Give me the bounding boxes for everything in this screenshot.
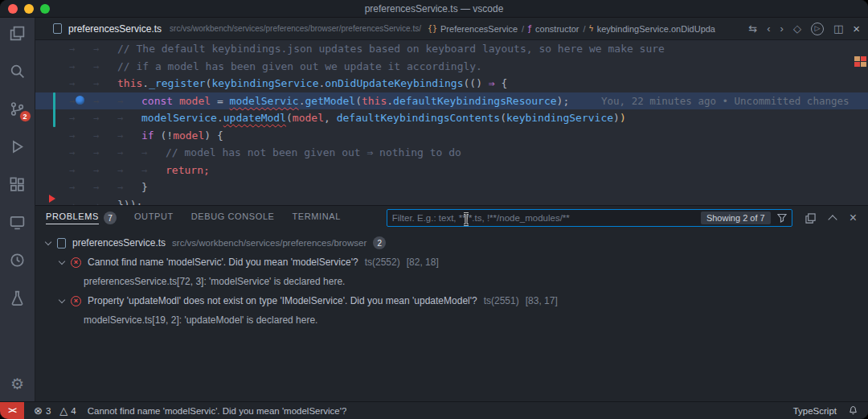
explorer-icon[interactable]: [9, 24, 27, 42]
timeline-clock-icon[interactable]: [9, 251, 27, 269]
code-line[interactable]: →→→→return;: [35, 162, 868, 179]
close-editor-icon[interactable]: ×: [853, 23, 860, 35]
code-line[interactable]: →→// The default keybindings.json update…: [35, 40, 868, 58]
whitespace-tab-icon: →: [93, 93, 117, 111]
status-bar-right: TypeScript: [793, 405, 868, 416]
remote-explorer-icon[interactable]: [9, 213, 27, 231]
code-line[interactable]: →→// if a model has been given out we up…: [35, 58, 868, 76]
problem-error-row[interactable]: ×Property 'updateModl' does not exist on…: [35, 291, 868, 310]
code-editor[interactable]: →→// The default keybindings.json update…: [35, 40, 868, 205]
whitespace-tab-icon: →: [93, 41, 117, 59]
code-line[interactable]: →→→→// model has not been given out ⇒ no…: [35, 144, 868, 162]
code-line[interactable]: →→this._register(keybindingService.onDid…: [35, 75, 868, 92]
maximize-panel-icon[interactable]: [829, 214, 836, 223]
code-token: (!: [154, 129, 173, 142]
problems-filter[interactable]: Showing 2 of 7: [387, 209, 792, 227]
code-token: modelServic: [230, 95, 299, 107]
problem-source: ts(2551): [484, 295, 519, 306]
breadcrumb-item-constructor[interactable]: ƒ constructor /: [527, 24, 589, 34]
whitespace-tab-icon: →: [69, 76, 93, 93]
panel-tab-debug-console[interactable]: DEBUG CONSOLE: [191, 206, 275, 230]
event-symbol-icon: ϟ: [589, 24, 594, 33]
file-problems-count-badge: 2: [373, 236, 386, 249]
open-changes-icon[interactable]: ⇆: [748, 23, 757, 34]
gutter-breakpoint-icon[interactable]: [76, 96, 84, 105]
search-icon[interactable]: [9, 62, 27, 80]
close-window-button[interactable]: [8, 4, 18, 14]
code-token: (: [500, 112, 506, 124]
problem-position: [83, 17]: [526, 295, 558, 306]
zoom-window-button[interactable]: [40, 4, 50, 14]
code-token: modelService: [141, 112, 217, 124]
whitespace-tab-icon: →: [69, 145, 93, 162]
notifications-bell-icon[interactable]: [848, 405, 858, 416]
editor-actions: ⇆ ‹ › ◇ ▷ ◫ ×: [748, 23, 860, 35]
whitespace-tab-icon: →: [93, 76, 117, 93]
whitespace-tab-icon: →: [69, 162, 93, 180]
close-panel-icon[interactable]: ×: [850, 212, 857, 224]
code-line[interactable]: →→}));: [35, 196, 868, 206]
code-line[interactable]: →→→modelService.updateModl(model, defaul…: [35, 109, 868, 127]
whitespace-tab-icon: →: [69, 59, 93, 76]
panel-tab-output[interactable]: OUTPUT: [134, 206, 174, 230]
whitespace-tab-icon: →: [93, 145, 117, 162]
code-token: model: [173, 129, 204, 142]
navigate-back-icon[interactable]: ‹: [767, 23, 770, 34]
whitespace-tab-icon: →: [93, 179, 117, 197]
chevron-down-icon: [45, 238, 51, 244]
code-token: }: [141, 181, 148, 193]
extensions-icon[interactable]: [9, 175, 27, 193]
code-token: }));: [117, 199, 142, 206]
problem-related-row[interactable]: preferencesService.ts[72, 3]: 'modelServ…: [35, 272, 868, 291]
panel-tab-problems[interactable]: PROBLEMS7: [46, 206, 117, 230]
error-gutter-marker: [49, 195, 55, 203]
testing-beaker-icon[interactable]: [9, 289, 27, 306]
code-line[interactable]: →→→const model = modelServic.getModel(th…: [35, 92, 868, 110]
compare-icon[interactable]: ◇: [793, 23, 801, 34]
breadcrumb-label: constructor: [535, 24, 579, 34]
editor-tab-row: preferencesService.ts src/vs/workbench/s…: [35, 18, 868, 40]
code-line[interactable]: →→→}: [35, 179, 868, 196]
code-token: ,: [324, 112, 337, 124]
code-token: defaultKeybindingsContents: [337, 112, 501, 124]
breadcrumb-separator: /: [583, 24, 586, 34]
filter-input[interactable]: [392, 213, 694, 223]
minimize-window-button[interactable]: [24, 4, 34, 14]
source-control-icon[interactable]: 2: [9, 100, 27, 117]
remote-indicator[interactable]: ><: [0, 402, 24, 419]
panel-views-icon[interactable]: [805, 213, 816, 224]
code-line[interactable]: →→→if (!model) {: [35, 127, 868, 145]
main-area: preferencesService.ts src/vs/workbench/s…: [35, 18, 868, 401]
breadcrumb-item-event[interactable]: ϟ keybindingService.onDidUpda: [589, 24, 715, 34]
whitespace-tab-icon: →: [141, 145, 166, 162]
class-symbol-icon: {}: [428, 24, 437, 33]
run-debug-icon[interactable]: [9, 138, 27, 155]
code-token: [173, 95, 179, 107]
problems-file-name: preferencesService.ts: [72, 237, 166, 249]
problem-related-row[interactable]: modelService.ts[19, 2]: 'updateModel' is…: [35, 310, 868, 330]
panel-tab-terminal[interactable]: TERMINAL: [293, 206, 341, 230]
code-token: updateModl: [223, 112, 286, 124]
navigate-forward-icon[interactable]: ›: [780, 23, 784, 34]
settings-gear-icon[interactable]: ⚙: [10, 376, 24, 392]
problems-status-item[interactable]: ⊗ 3 △ 4: [34, 405, 76, 416]
code-token: // if a model has been given out we upda…: [117, 60, 482, 72]
problem-error-row[interactable]: ×Cannot find name 'modelServic'. Did you…: [35, 253, 868, 272]
language-mode[interactable]: TypeScript: [793, 406, 837, 416]
mouse-cursor-ibeam: [462, 212, 470, 226]
code-lines: →→// The default keybindings.json update…: [35, 40, 868, 205]
whitespace-tab-icon: →: [117, 145, 141, 162]
code-token: .: [299, 95, 305, 107]
code-token: keybindingService: [506, 112, 613, 124]
tab-file-name[interactable]: preferencesService.ts: [68, 23, 162, 35]
code-token: // model has not been given out ⇒ nothin…: [166, 146, 461, 158]
code-token: ) {: [204, 129, 223, 142]
problems-file-row[interactable]: preferencesService.tssrc/vs/workbench/se…: [35, 233, 868, 253]
filter-funnel-icon[interactable]: [777, 213, 787, 223]
split-editor-icon[interactable]: ◫: [833, 23, 843, 34]
whitespace-tab-icon: →: [117, 93, 141, 111]
breadcrumb-item-class[interactable]: {} PreferencesService /: [428, 24, 527, 34]
run-file-icon[interactable]: ▷: [811, 23, 824, 35]
error-icon: ×: [71, 296, 81, 306]
filter-results-count: Showing 2 of 7: [701, 212, 771, 224]
